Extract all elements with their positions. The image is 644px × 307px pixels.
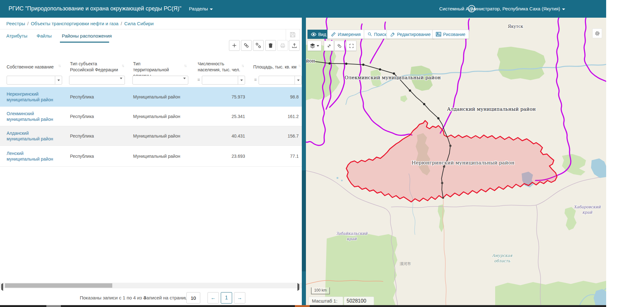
user-account-menu[interactable]: Системный Администратор, Республика Саха… — [439, 6, 565, 11]
map-label-aldansky: Алданский муниципальный район — [447, 106, 536, 112]
breadcrumb-current[interactable]: Сила Сибири — [124, 21, 154, 26]
filter-dropdown-button[interactable] — [238, 76, 245, 84]
map-label-cut: йон — [306, 58, 315, 64]
bottom-strip-segment — [295, 305, 310, 307]
filter-own-name-input[interactable] — [8, 76, 47, 84]
filter-own-name — [7, 76, 62, 85]
per-page-input[interactable] — [187, 292, 200, 303]
filter-equals-operator[interactable]: = — [197, 77, 200, 82]
fullscreen-button[interactable] — [346, 41, 356, 51]
map-label-zabaykalsky: край — [347, 236, 357, 241]
layers-button[interactable] — [307, 41, 321, 51]
filter-equals-operator[interactable]: = — [254, 77, 257, 82]
chevron-down-icon — [57, 80, 60, 81]
chevron-down-icon — [240, 80, 243, 81]
filter-area — [259, 76, 302, 85]
link-button[interactable] — [241, 40, 252, 51]
app-title: РГИС "Природопользование и охрана окружа… — [9, 5, 181, 12]
cell-own-name[interactable]: Нерюнгринский муниципальный район — [7, 87, 54, 107]
splitter-grip[interactable] — [302, 170, 306, 271]
map-label-khabarovsky: край — [582, 210, 593, 215]
sort-icon[interactable]: ↑↓ — [58, 63, 60, 68]
filter-dropdown-button[interactable] — [295, 76, 302, 84]
per-page-label: Записей на странице — [143, 295, 190, 300]
horizontal-scrollbar[interactable] — [0, 283, 302, 288]
table-row[interactable]: Алданский муниципальный район Республика… — [0, 126, 302, 146]
table-row[interactable]: Олекминский муниципальный район Республи… — [0, 107, 302, 126]
map-label-yakutsk: Якутск — [508, 24, 523, 29]
cell-population: 25.341 — [198, 107, 245, 126]
filter-unit-type[interactable] — [132, 76, 188, 85]
col-header-area[interactable]: Площадь, тыс. кв. км — [253, 64, 301, 70]
scale-bar: 100 km — [311, 287, 330, 294]
breadcrumb-objects[interactable]: Объекты транспортировки нефти и газа — [31, 21, 119, 26]
map-settings-button[interactable] — [592, 28, 602, 38]
map-tab-view[interactable]: Вид — [307, 30, 330, 39]
cell-own-name[interactable]: Олекминский муниципальный район — [7, 107, 54, 126]
table-row[interactable]: Ленский муниципальный район Республика М… — [0, 146, 302, 167]
tab-location-districts[interactable]: Районы расположения — [62, 33, 112, 38]
map-tab-measurements[interactable]: Измерения — [327, 30, 364, 39]
scrollbar-thumb[interactable] — [5, 283, 112, 288]
eraser-button[interactable] — [334, 41, 344, 51]
print-button[interactable] — [277, 40, 288, 51]
map-canvas[interactable]: Якутск йон Олекминский муниципальный рай… — [306, 18, 606, 305]
cell-own-name[interactable]: Ленский муниципальный район — [7, 146, 54, 166]
map-tab-drawing[interactable]: Рисование — [432, 30, 469, 39]
cell-subject-type: Республика — [70, 87, 124, 107]
breadcrumb-registries[interactable]: Реестры — [6, 21, 25, 26]
delete-button[interactable] — [265, 40, 276, 51]
pencil-icon — [390, 32, 395, 37]
eraser-icon — [337, 43, 342, 49]
upload-icon — [291, 43, 297, 49]
records-summary: Показаны записи с 1 по 4 из 4 — [80, 295, 146, 300]
map-label-amurskaya: Амурская — [492, 253, 513, 258]
filter-area-input[interactable] — [260, 76, 290, 84]
scroll-left-arrow-icon[interactable] — [1, 284, 3, 290]
export-button[interactable] — [289, 40, 300, 51]
map-tab-search[interactable]: Поиск — [364, 30, 390, 39]
cell-unit-type: Муниципальный район — [133, 146, 190, 166]
cell-unit-type: Муниципальный район — [133, 126, 190, 145]
breadcrumb: Реестры/Объекты транспортировки нефти и … — [0, 18, 302, 29]
col-header-population[interactable]: Численность населения, тыс. чел. — [198, 61, 240, 73]
active-tab-underline — [60, 42, 109, 43]
filter-population-input[interactable] — [203, 76, 233, 84]
map-base-layer: Якутск йон Олекминский муниципальный рай… — [306, 18, 606, 305]
next-page-button[interactable]: → — [234, 292, 245, 304]
tab-files[interactable]: Файлы — [37, 33, 52, 38]
cell-own-name[interactable]: Алданский муниципальный район — [7, 126, 54, 145]
filter-dropdown-button[interactable] — [55, 76, 62, 84]
map-tab-editing[interactable]: Редактирование — [387, 30, 434, 39]
trash-icon — [268, 43, 273, 48]
current-page-box[interactable]: 1 — [221, 292, 232, 304]
sort-icon[interactable]: ↑↓ — [121, 63, 124, 68]
cell-subject-type: Республика — [70, 146, 124, 166]
sections-menu[interactable]: Разделы — [189, 6, 213, 11]
col-header-subject-type[interactable]: Тип субъекта Российской Федерации — [70, 61, 119, 73]
chevron-down-icon — [297, 80, 300, 81]
unlink-button[interactable] — [253, 40, 264, 51]
scale-value[interactable]: 5028100 — [344, 297, 374, 305]
expand-extent-button[interactable] — [324, 41, 334, 51]
cell-subject-type: Республика — [70, 107, 124, 126]
panel-splitter[interactable] — [302, 18, 306, 305]
printer-icon — [280, 43, 286, 49]
filter-subject-type[interactable] — [69, 76, 125, 85]
tab-attributes[interactable]: Атрибуты — [6, 33, 27, 38]
sort-icon[interactable]: ↑↓ — [241, 63, 243, 68]
col-header-own-name[interactable]: Собственное название — [7, 64, 54, 70]
sort-icon[interactable]: ↑↓ — [298, 63, 300, 68]
sort-icon[interactable]: ↑↓ — [184, 63, 186, 68]
prev-page-button[interactable]: ← — [208, 292, 219, 304]
chevron-down-icon — [183, 79, 186, 85]
cell-population: 23.693 — [198, 146, 245, 166]
map-label-khabarovsky: Хабаровский — [574, 204, 601, 209]
layers-icon — [310, 43, 315, 49]
add-row-button[interactable] — [229, 40, 240, 51]
table-row[interactable]: Нерюнгринский муниципальный район Респуб… — [0, 87, 302, 107]
scroll-right-arrow-icon[interactable] — [297, 284, 299, 290]
cell-unit-type: Муниципальный район — [133, 87, 190, 107]
cell-subject-type: Республика — [70, 126, 124, 145]
bottom-edge-strip — [0, 305, 606, 307]
